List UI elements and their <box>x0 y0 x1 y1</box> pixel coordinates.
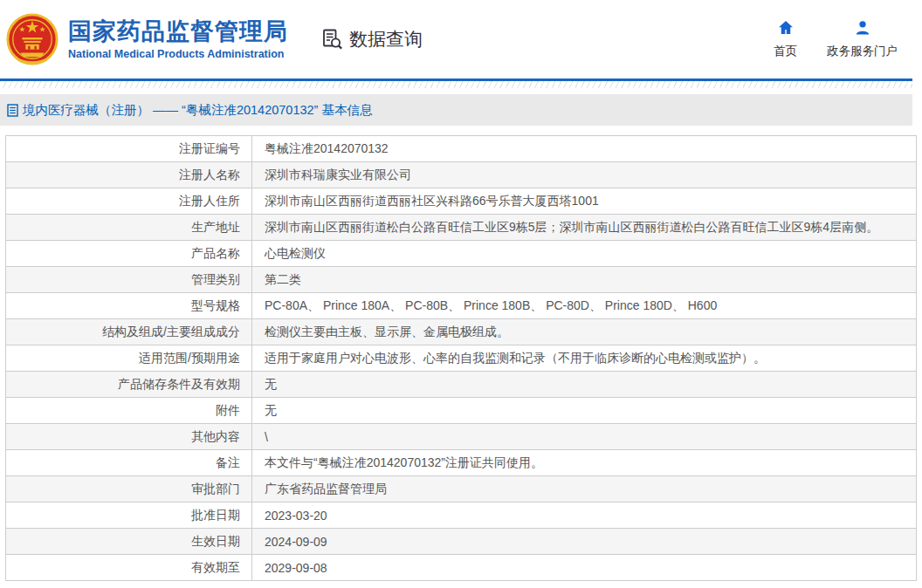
nav-item-label: 政务服务门户 <box>827 44 898 59</box>
table-row: 生效日期2024-09-09 <box>6 529 917 555</box>
nav-data-query[interactable]: 数据查询 <box>321 27 423 51</box>
row-label: 注册人名称 <box>6 162 252 188</box>
data-query-label: 数据查询 <box>349 27 423 51</box>
org-name-en: National Medical Products Administration <box>68 48 288 60</box>
org-name-cn: 国家药品监督管理局 <box>68 18 288 45</box>
national-emblem-icon <box>5 10 59 68</box>
home-icon <box>777 19 795 37</box>
row-label: 批准日期 <box>6 503 252 529</box>
table-row: 批准日期2023-03-20 <box>6 503 917 529</box>
row-label: 备注 <box>6 450 252 476</box>
nav-item-home[interactable]: 首页 <box>774 19 797 59</box>
table-row: 注册证编号粤械注准20142070132 <box>6 136 917 162</box>
table-row: 注册人住所深圳市南山区西丽街道西丽社区兴科路66号乐普大厦西塔1001 <box>6 188 917 215</box>
table-row: 产品名称心电检测仪 <box>6 241 917 267</box>
table-row: 审批部门广东省药品监督管理局 <box>6 476 917 503</box>
table-row: 结构及组成/主要组成成分检测仪主要由主板、显示屏、金属电极组成。 <box>6 319 917 345</box>
row-value: 适用于家庭用户对心电波形、心率的自我监测和记录（不用于临床诊断的心电检测或监护）… <box>252 345 917 372</box>
table-row: 备注本文件与“粤械注准20142070132”注册证共同使用。 <box>6 450 917 476</box>
row-value: 深圳市南山区西丽街道松白公路百旺信工业区9栋5层；深圳市南山区西丽街道松白公路百… <box>252 215 917 241</box>
row-label: 生效日期 <box>6 529 252 555</box>
row-label: 有效期至 <box>6 555 252 581</box>
row-value: 深圳市科瑞康实业有限公司 <box>252 162 917 188</box>
table-row: 生产地址深圳市南山区西丽街道松白公路百旺信工业区9栋5层；深圳市南山区西丽街道松… <box>6 215 917 241</box>
row-value: 无 <box>252 398 917 424</box>
row-value: 2024-09-09 <box>252 529 917 555</box>
row-value: 第二类 <box>252 267 917 293</box>
row-value: 无 <box>252 372 917 398</box>
row-value: 粤械注准20142070132 <box>252 136 917 162</box>
row-label: 生产地址 <box>6 215 252 241</box>
table-row: 产品储存条件及有效期无 <box>6 372 917 398</box>
site-logo[interactable]: 国家药品监督管理局 National Medical Products Admi… <box>5 10 288 68</box>
row-label: 其他内容 <box>6 424 252 450</box>
registration-info-table: 注册证编号粤械注准20142070132注册人名称深圳市科瑞康实业有限公司注册人… <box>5 135 917 581</box>
row-label: 注册人住所 <box>6 188 252 215</box>
row-label: 管理类别 <box>6 267 252 293</box>
row-value: 2023-03-20 <box>252 503 917 529</box>
nav-item-label: 首页 <box>774 44 797 59</box>
table-row: 适用范围/预期用途适用于家庭用户对心电波形、心率的自我监测和记录（不用于临床诊断… <box>6 345 917 372</box>
breadcrumb-text: 境内医疗器械（注册） —— “粤械注准20142070132” 基本信息 <box>23 102 372 119</box>
row-value: \ <box>252 424 917 450</box>
row-value: 深圳市南山区西丽街道西丽社区兴科路66号乐普大厦西塔1001 <box>252 188 917 215</box>
row-label: 审批部门 <box>6 476 252 503</box>
row-label: 型号规格 <box>6 293 252 319</box>
row-value: 心电检测仪 <box>252 241 917 267</box>
row-label: 附件 <box>6 398 252 424</box>
stripe-band <box>0 81 912 88</box>
row-label: 适用范围/预期用途 <box>6 345 252 372</box>
row-label: 注册证编号 <box>6 136 252 162</box>
row-value: 检测仪主要由主板、显示屏、金属电极组成。 <box>252 319 917 345</box>
row-label: 产品名称 <box>6 241 252 267</box>
header-nav: 首页 政务服务门户 <box>774 19 922 59</box>
row-value: 广东省药品监督管理局 <box>252 476 917 503</box>
row-value: 2029-09-08 <box>252 555 917 581</box>
table-row: 注册人名称深圳市科瑞康实业有限公司 <box>6 162 917 188</box>
data-query-icon <box>321 28 344 51</box>
table-row: 有效期至2029-09-08 <box>6 555 917 581</box>
document-icon <box>7 104 18 117</box>
table-row: 附件无 <box>6 398 917 424</box>
row-value: PC-80A、 Prince 180A、 PC-80B、 Prince 180B… <box>252 293 917 319</box>
nav-item-service-portal[interactable]: 政务服务门户 <box>827 19 898 59</box>
user-icon <box>854 19 871 37</box>
row-value: 本文件与“粤械注准20142070132”注册证共同使用。 <box>252 450 917 476</box>
breadcrumb: 境内医疗器械（注册） —— “粤械注准20142070132” 基本信息 <box>0 94 912 126</box>
row-label: 产品储存条件及有效期 <box>6 372 252 398</box>
site-header: 国家药品监督管理局 National Medical Products Admi… <box>0 0 922 79</box>
table-row: 管理类别第二类 <box>6 267 917 293</box>
table-row: 其他内容\ <box>6 424 917 450</box>
table-row: 型号规格PC-80A、 Prince 180A、 PC-80B、 Prince … <box>6 293 917 319</box>
org-title-block: 国家药品监督管理局 National Medical Products Admi… <box>68 18 288 60</box>
row-label: 结构及组成/主要组成成分 <box>6 319 252 345</box>
